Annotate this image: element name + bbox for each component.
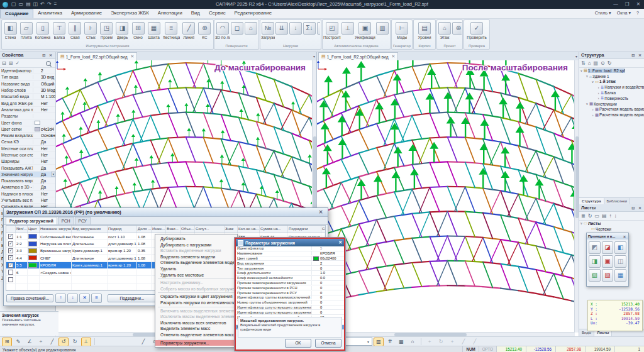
ribbon-button[interactable]: ↓: [289, 21, 303, 43]
menu-right-item[interactable]: ?: [636, 9, 639, 18]
parameter-row[interactable]: Цвет граней 00c02400: [236, 256, 344, 261]
tree-expand-icon[interactable]: ∨: [585, 74, 589, 78]
quick-access-icon[interactable]: ◫: [33, 0, 38, 9]
table-column-header[interactable]: [6, 226, 16, 233]
projection-button[interactable]: ◨: [589, 255, 601, 268]
load-checkbox[interactable]: ✓: [8, 255, 13, 260]
ribbon-button[interactable]: Σ↓: [303, 21, 316, 43]
tree-item[interactable]: ∨ ▤ 1_Form_load_R2.spf: [579, 68, 644, 74]
table-column-header[interactable]: Объе...: [180, 226, 195, 233]
view-tool-button[interactable]: ⌂: [408, 338, 418, 346]
snap-tool-button[interactable]: ↺: [58, 338, 69, 346]
tree-item[interactable]: ∨ ⌂ Здание 1: [579, 74, 644, 79]
menu-tab[interactable]: Создание: [0, 9, 33, 18]
list-action-button[interactable]: ≡: [91, 294, 102, 303]
snap-tool-button[interactable]: ⊞: [2, 338, 12, 346]
parameter-row[interactable]: Признак знакопеременности в РСУ 0: [236, 290, 344, 295]
load-checkbox[interactable]: ✓: [8, 234, 13, 239]
menu-tab[interactable]: Сервис: [204, 9, 230, 18]
menu-tab[interactable]: Аналитика: [33, 9, 67, 18]
dropdown-arrow-icon[interactable]: ▾: [51, 172, 55, 177]
tree-item[interactable]: › ⇊ Нагрузки и воздействия: [579, 84, 644, 90]
context-menu-item[interactable]: Параметры загружения...: [155, 340, 237, 346]
table-column-header[interactable]: Инже...: [152, 226, 166, 233]
context-menu-item[interactable]: Выделить элементы модели: [155, 254, 237, 260]
table-column-header[interactable]: Доля ...: [137, 226, 152, 233]
ribbon-button[interactable]: № Загружения: [261, 21, 275, 43]
tree-item[interactable]: › ▦ Расчетная модель вариант 1-В: [579, 112, 644, 118]
ribbon-button[interactable]: ⌂ Этаж: [438, 21, 452, 43]
tree-expand-icon[interactable]: ∨: [585, 102, 589, 106]
ribbon-button[interactable]: ▯ Колонна: [35, 21, 51, 43]
table-column-header[interactable]: Взаи...: [166, 226, 180, 233]
property-row[interactable]: Арматура в 3D - п... Да ▾: [0, 184, 55, 190]
property-row[interactable]: Сетка КЭ Да ▾: [0, 139, 55, 145]
list-action-button[interactable]: ✕: [79, 294, 90, 303]
property-row[interactable]: Учитывать вес пл... Нет ▾: [0, 197, 55, 204]
table-column-header[interactable]: Цвет: [28, 226, 40, 233]
table-column-header[interactable]: №п/...: [16, 226, 28, 233]
parameter-row[interactable]: Номер группы объединенных загружений 0: [236, 300, 344, 305]
parameter-row[interactable]: Признак знакопеременности загружения 0: [236, 281, 344, 286]
quick-access-icon[interactable]: ↷: [47, 0, 52, 9]
parameter-row[interactable]: Идентификатор 5: [236, 246, 344, 251]
menu-tab[interactable]: Аннотации: [153, 9, 187, 18]
property-row[interactable]: Цвет фона ▾: [0, 119, 55, 126]
tree-expand-icon[interactable]: ›: [596, 91, 601, 95]
quick-access-icon[interactable]: ≡: [54, 0, 57, 9]
table-column-header[interactable]: Сопут...: [195, 226, 225, 233]
ribbon-button[interactable]: ▱ Плита: [19, 21, 33, 43]
context-menu-item[interactable]: Отменить выделение элементов модели: [155, 260, 237, 266]
context-menu-item[interactable]: Дублировать: [155, 236, 237, 242]
ribbon-button[interactable]: ⌂: [244, 21, 258, 43]
search-icon[interactable]: [46, 61, 51, 66]
structure-tool-icon[interactable]: ▥: [594, 60, 599, 66]
quick-access-icon[interactable]: ▤: [26, 0, 31, 9]
context-menu-item[interactable]: Раскрасить нагрузки по интенсивности: [155, 300, 237, 306]
structure-tool-icon[interactable]: ⌂: [588, 60, 591, 66]
property-row[interactable]: Значения нагрузок Да ▾: [0, 172, 55, 178]
sheets-tool-icon[interactable]: ≣: [581, 213, 586, 219]
list-action-button[interactable]: ↓: [67, 294, 78, 303]
tree-item[interactable]: › ⇊ Поверхность: [579, 96, 644, 101]
ribbon-button[interactable]: ⊛: [452, 21, 462, 43]
ribbon-button[interactable]: ◨ Дверь: [115, 21, 129, 43]
context-menu-item[interactable]: Удалить все мостовые: [155, 272, 237, 278]
projection-button[interactable]: ◧: [614, 241, 626, 254]
context-menu-item[interactable]: Включить массы выделенных элементов: [155, 308, 237, 314]
view-tool-button[interactable]: ⇈: [385, 338, 395, 346]
ribbon-button[interactable]: ⊢ Моды: [395, 21, 409, 43]
property-row[interactable]: Масштаб вида М 1:100 ▾: [0, 94, 55, 100]
ribbon-button[interactable]: ▦ Шахта: [147, 21, 161, 43]
dialog-tab[interactable]: РСН: [58, 217, 74, 224]
context-menu-item[interactable]: Отменить выделение элементов масс: [155, 332, 237, 338]
load-checkbox[interactable]: ✓: [8, 241, 13, 246]
parameter-row[interactable]: Наименование КРОВЛЯ: [236, 251, 344, 256]
properties-tool-icon[interactable]: ⊞: [9, 60, 13, 66]
ribbon-button[interactable]: ⊦ Стык: [84, 21, 97, 43]
ribbon-button[interactable]: ◠ 3D по линиям: [215, 21, 230, 43]
property-row[interactable]: Название вида Общий вид ▾: [0, 81, 55, 87]
context-menu-item[interactable]: [158, 339, 235, 339]
table-column-header[interactable]: Подвид: [108, 226, 137, 233]
sheets-tool-icon[interactable]: ▤: [602, 213, 607, 219]
ribbon-button[interactable]: ∥ Свая: [68, 21, 82, 43]
context-menu-item[interactable]: Удалить: [155, 266, 237, 272]
snap-tool-button[interactable]: ⊥: [81, 338, 91, 346]
projection-button[interactable]: ▣: [602, 255, 614, 268]
load-checkbox[interactable]: [8, 270, 13, 275]
snap-tool-button[interactable]: ↻: [70, 338, 80, 346]
snap-tool-button[interactable]: ∠: [25, 338, 35, 346]
parameter-row[interactable]: Признак знакопеременности в РСН 0: [236, 285, 344, 290]
table-column-header[interactable]: Вид загружения: [72, 226, 108, 233]
projection-button[interactable]: ◫: [614, 255, 626, 268]
subtasks-button[interactable]: Подзадачи...: [108, 294, 157, 302]
context-menu-item[interactable]: Настроить динамику...: [155, 280, 237, 286]
sheets-tool-icon[interactable]: ▭: [594, 213, 599, 219]
ribbon-button[interactable]: ◳ Проем: [99, 21, 113, 43]
view-tool-button[interactable]: ▦: [396, 338, 406, 346]
tree-item[interactable]: ∨ ▭ Листы: [579, 221, 644, 226]
ribbon-button[interactable]: ▥: [375, 21, 389, 43]
palette-title-bar[interactable]: Проекции и в... ✕: [587, 233, 628, 239]
edit-combinations-button[interactable]: Правка сочетаний...: [6, 294, 53, 302]
